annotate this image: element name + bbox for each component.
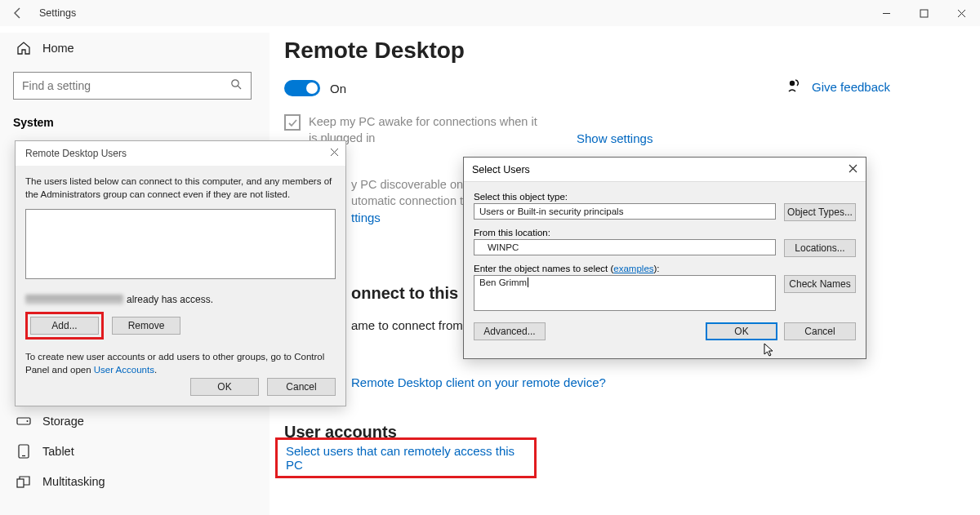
minimize-button[interactable] bbox=[867, 0, 905, 26]
svg-rect-1 bbox=[920, 10, 928, 17]
user-accounts-link[interactable]: User Accounts bbox=[94, 365, 154, 375]
rdu-cancel-button[interactable]: Cancel bbox=[267, 378, 336, 396]
back-button[interactable] bbox=[0, 7, 36, 20]
locations-button[interactable]: Locations... bbox=[784, 239, 856, 257]
remote-desktop-users-dialog: Remote Desktop Users The users listed be… bbox=[15, 140, 346, 406]
examples-link[interactable]: examples bbox=[613, 264, 653, 273]
object-type-field[interactable]: Users or Built-in security principals bbox=[474, 203, 776, 220]
feedback-icon bbox=[787, 78, 802, 95]
sidebar-item-tablet[interactable]: Tablet bbox=[13, 436, 270, 467]
maximize-button[interactable] bbox=[905, 0, 942, 26]
blurred-username bbox=[25, 295, 123, 304]
feedback-row: Give feedback bbox=[787, 78, 890, 95]
text-cursor bbox=[528, 277, 528, 287]
automatic-text-fragment: utomatic connection t bbox=[351, 194, 463, 207]
object-types-button[interactable]: Object Types... bbox=[784, 203, 856, 221]
dialog-description: The users listed below can connect to th… bbox=[25, 175, 336, 201]
sidebar-item-label: Multitasking bbox=[42, 475, 105, 488]
remove-button[interactable]: Remove bbox=[112, 317, 180, 335]
select-users-highlight: Select users that can remotely access th… bbox=[275, 437, 537, 478]
check-names-button[interactable]: Check Names bbox=[784, 275, 856, 293]
select-users-link[interactable]: Select users that can remotely access th… bbox=[286, 444, 534, 472]
sidebar-home[interactable]: Home bbox=[13, 33, 270, 64]
close-button[interactable] bbox=[942, 0, 980, 26]
svg-point-2 bbox=[232, 80, 238, 87]
su-ok-button[interactable]: OK bbox=[706, 322, 777, 340]
sidebar-item-label: Storage bbox=[42, 415, 84, 428]
advanced-button[interactable]: Advanced... bbox=[474, 322, 546, 340]
discoverable-text-fragment: y PC discoverable on p bbox=[351, 178, 473, 191]
has-access-row: already has access. bbox=[25, 294, 336, 305]
show-settings-link[interactable]: Show settings bbox=[577, 131, 964, 145]
dialog-close-button[interactable] bbox=[849, 164, 858, 175]
connect-heading-fragment: onnect to this P bbox=[351, 284, 474, 303]
multitasking-icon bbox=[16, 475, 31, 488]
remote-desktop-toggle[interactable] bbox=[284, 80, 320, 96]
remote-client-link-fragment[interactable]: Remote Desktop client on your remote dev… bbox=[351, 375, 606, 389]
names-label: Enter the object names to select (exampl… bbox=[474, 264, 856, 273]
search-icon bbox=[230, 78, 243, 93]
titlebar: Settings bbox=[0, 0, 980, 26]
window-title: Settings bbox=[36, 7, 76, 19]
su-cancel-button[interactable]: Cancel bbox=[784, 322, 856, 340]
dialog-close-button[interactable] bbox=[330, 148, 339, 159]
svg-rect-4 bbox=[17, 418, 30, 424]
sidebar-home-label: Home bbox=[42, 42, 74, 55]
sidebar-item-label: Tablet bbox=[42, 445, 74, 458]
svg-line-3 bbox=[238, 86, 241, 89]
sidebar-heading: System bbox=[13, 116, 270, 129]
add-button[interactable]: Add... bbox=[30, 317, 99, 335]
check-icon bbox=[287, 118, 298, 128]
users-listbox[interactable] bbox=[25, 209, 336, 279]
use-name-fragment: ame to connect from bbox=[351, 318, 463, 332]
page-title: Remote Desktop bbox=[284, 38, 964, 64]
svg-point-5 bbox=[27, 420, 29, 422]
has-access-text: already has access. bbox=[127, 294, 213, 305]
select-users-dialog: Select Users Select this object type: Us… bbox=[463, 157, 866, 359]
give-feedback-link[interactable]: Give feedback bbox=[812, 80, 890, 94]
object-type-label: Select this object type: bbox=[474, 192, 856, 202]
svg-point-9 bbox=[790, 81, 795, 86]
close-icon bbox=[849, 164, 858, 173]
toggle-label: On bbox=[330, 82, 346, 95]
back-arrow-icon bbox=[11, 7, 24, 20]
sidebar-item-storage[interactable]: Storage bbox=[13, 406, 270, 436]
search-input[interactable] bbox=[22, 79, 230, 92]
dialog-title: Select Users bbox=[472, 164, 530, 175]
rdu-ok-button[interactable]: OK bbox=[190, 378, 259, 396]
hint-text: To create new user accounts or add users… bbox=[25, 351, 336, 376]
location-field[interactable]: WINPC bbox=[474, 239, 776, 255]
sidebar-item-multitasking[interactable]: Multitasking bbox=[13, 467, 270, 496]
keep-awake-checkbox[interactable] bbox=[284, 114, 301, 131]
dialog-title: Remote Desktop Users bbox=[25, 148, 127, 159]
svg-rect-8 bbox=[17, 479, 24, 487]
home-icon bbox=[16, 41, 31, 55]
close-icon bbox=[330, 148, 339, 157]
add-button-highlight: Add... bbox=[25, 312, 104, 340]
search-box[interactable] bbox=[13, 72, 252, 100]
storage-icon bbox=[16, 415, 31, 427]
tablet-icon bbox=[16, 444, 31, 459]
object-names-input[interactable]: Ben Grimm bbox=[474, 275, 776, 311]
location-label: From this location: bbox=[474, 228, 856, 238]
